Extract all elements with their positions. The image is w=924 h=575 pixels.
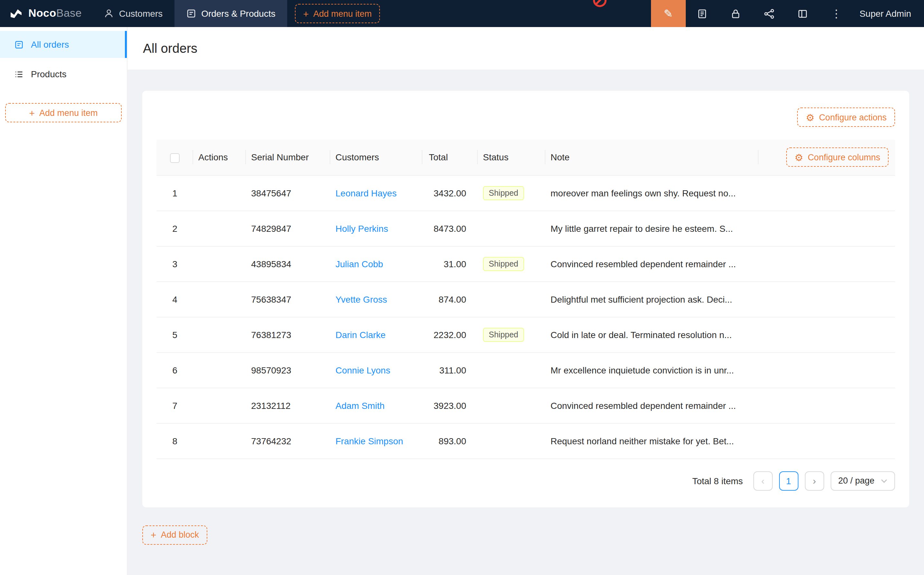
configure-actions-button[interactable]: ⚙ Configure actions — [797, 108, 895, 127]
top-navbar: NocoBase Customers Orders & Products + A… — [0, 0, 924, 27]
row-index: 5 — [172, 329, 178, 340]
column-header-total[interactable]: Total — [422, 140, 478, 175]
table-row[interactable]: 6 98570923 Connie Lyons 311.00 Mr excell… — [156, 352, 895, 388]
nocobase-logo[interactable]: NocoBase — [0, 0, 92, 27]
table-row[interactable]: 4 75638347 Yvette Gross 874.00 Delightfu… — [156, 281, 895, 317]
app-root: NocoBase Customers Orders & Products + A… — [0, 0, 924, 575]
layout-icon — [797, 8, 808, 19]
row-trailing-cell — [759, 211, 895, 246]
table-row[interactable]: 3 43895834 Julian Cobb 31.00 Shipped Con… — [156, 246, 895, 281]
nav-tab-orders-products[interactable]: Orders & Products — [174, 0, 287, 27]
order-note: Request norland neither mistake for yet.… — [551, 435, 734, 446]
order-note: My little garret repair to desire he est… — [551, 223, 733, 233]
configure-actions-label: Configure actions — [819, 112, 887, 122]
chevron-down-icon — [881, 479, 887, 483]
table-row[interactable]: 1 38475647 Leonard Hayes 3432.00 Shipped… — [156, 175, 895, 211]
plugins-button[interactable] — [753, 0, 786, 27]
user-name: Super Admin — [860, 8, 911, 19]
page-size-select[interactable]: 20 / page — [830, 471, 895, 490]
table-toolbar: ⚙ Configure actions — [156, 108, 895, 127]
order-note: Convinced resembled dependent remainder … — [551, 400, 736, 410]
customer-link[interactable]: Holly Perkins — [335, 223, 388, 233]
sidebar-item-all-orders[interactable]: All orders — [0, 31, 127, 58]
table-row[interactable]: 8 73764232 Frankie Simpson 893.00 Reques… — [156, 423, 895, 459]
row-actions-cell — [193, 317, 246, 352]
sidebar-add-menu-item-button[interactable]: + Add menu item — [5, 103, 122, 122]
orders-form-icon — [186, 8, 196, 19]
chevron-right-icon: › — [813, 475, 816, 486]
row-index: 2 — [172, 223, 178, 233]
pagination-prev-button[interactable]: ‹ — [753, 471, 772, 490]
row-actions-cell — [193, 211, 246, 246]
chevron-left-icon: ‹ — [761, 475, 764, 486]
order-total: 3923.00 — [433, 400, 466, 410]
select-all-checkbox[interactable] — [170, 153, 179, 163]
pagination-next-button[interactable]: › — [805, 471, 824, 490]
table-row[interactable]: 5 76381273 Darin Clarke 2232.00 Shipped … — [156, 317, 895, 352]
customers-icon — [104, 8, 114, 19]
row-trailing-cell — [759, 388, 895, 423]
logo-text-primary: Noco — [29, 7, 56, 19]
customer-link[interactable]: Adam Smith — [335, 400, 385, 410]
customer-link[interactable]: Darin Clarke — [335, 329, 386, 340]
configure-columns-button[interactable]: ⚙ Configure columns — [786, 148, 889, 167]
order-total: 311.00 — [439, 365, 466, 375]
header-add-menu-item-button[interactable]: + Add menu item — [295, 4, 380, 23]
column-header-serial-number[interactable]: Serial Number — [246, 140, 330, 175]
order-total: 8473.00 — [433, 223, 466, 233]
row-trailing-cell — [759, 352, 895, 388]
row-actions-cell — [193, 246, 246, 281]
serial-number: 74829847 — [251, 223, 291, 233]
serial-number: 73764232 — [251, 435, 291, 446]
customer-link[interactable]: Connie Lyons — [335, 365, 390, 375]
plus-icon: + — [303, 9, 309, 18]
pagination-page-1[interactable]: 1 — [779, 471, 798, 490]
list-icon — [14, 69, 24, 79]
row-trailing-cell — [759, 423, 895, 459]
nav-tab-customers[interactable]: Customers — [92, 0, 174, 27]
pagination: Total 8 items ‹ 1 › 20 / page — [156, 471, 895, 490]
customer-link[interactable]: Frankie Simpson — [335, 435, 403, 446]
table-row[interactable]: 7 23132112 Adam Smith 3923.00 Convinced … — [156, 388, 895, 423]
pen-icon: ✎ — [664, 7, 673, 20]
customer-link[interactable]: Yvette Gross — [335, 294, 387, 304]
row-index: 8 — [172, 435, 178, 446]
table-header-row: Actions Serial Number Customers Total St… — [156, 140, 895, 175]
table-row[interactable]: 2 74829847 Holly Perkins 8473.00 My litt… — [156, 211, 895, 246]
orders-table-block: ⚙ Configure actions Actions — [142, 91, 909, 507]
sidebar: All orders Products + Add menu item — [0, 27, 127, 575]
configure-columns-label: Configure columns — [808, 152, 880, 162]
share-nodes-icon — [764, 8, 775, 19]
user-menu[interactable]: Super Admin — [853, 0, 924, 27]
status-badge: Shipped — [483, 257, 524, 271]
order-note: Convinced resembled dependent remainder … — [551, 259, 736, 269]
order-total: 2232.00 — [433, 329, 466, 340]
order-note: Delightful met sufficient projection ask… — [551, 294, 732, 304]
row-actions-cell — [193, 423, 246, 459]
collections-button[interactable] — [686, 0, 719, 27]
row-index: 6 — [172, 365, 178, 375]
row-index: 4 — [172, 294, 178, 304]
customer-link[interactable]: Leonard Hayes — [335, 188, 397, 198]
column-header-customers[interactable]: Customers — [330, 140, 422, 175]
status-badge: Shipped — [483, 327, 524, 342]
row-index: 1 — [172, 188, 178, 198]
column-header-note[interactable]: Note — [545, 140, 759, 175]
column-header-status[interactable]: Status — [478, 140, 545, 175]
row-actions-cell — [193, 352, 246, 388]
page-title: All orders — [143, 41, 197, 56]
row-trailing-cell — [759, 175, 895, 211]
more-button[interactable]: ⋮ — [820, 0, 853, 27]
permissions-button[interactable] — [719, 0, 753, 27]
main-area: All orders ⚙ Configure actions — [127, 27, 924, 575]
add-block-button[interactable]: + Add block — [142, 525, 207, 545]
serial-number: 75638347 — [251, 294, 291, 304]
column-header-actions[interactable]: Actions — [193, 140, 246, 175]
customer-link[interactable]: Julian Cobb — [335, 259, 383, 269]
ui-editor-button[interactable]: ✎ — [651, 0, 686, 27]
layout-button[interactable] — [786, 0, 820, 27]
orders-form-icon — [14, 40, 24, 49]
row-index: 7 — [172, 400, 178, 410]
sidebar-item-products[interactable]: Products — [0, 60, 127, 87]
add-block-label: Add block — [161, 530, 199, 540]
